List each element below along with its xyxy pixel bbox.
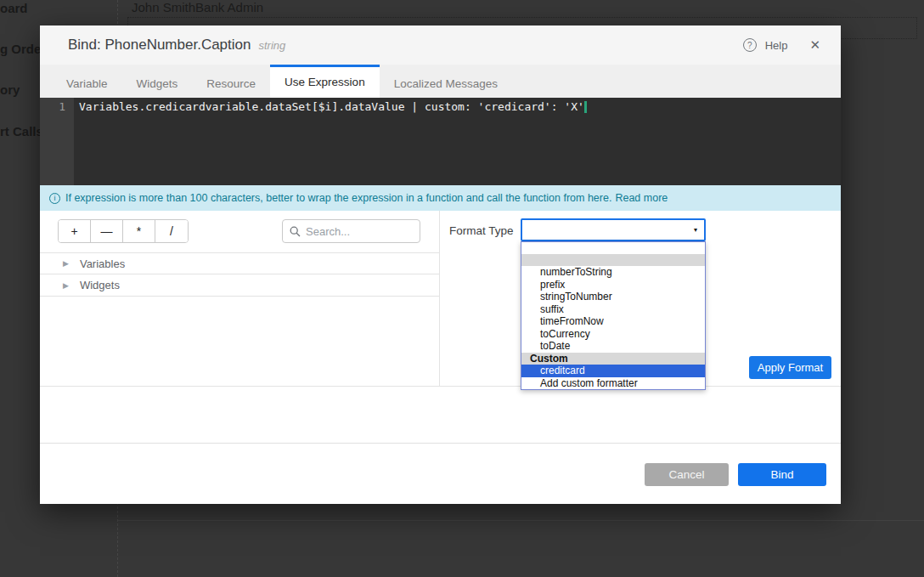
bind-button[interactable]: Bind bbox=[738, 463, 826, 486]
tab-widgets[interactable]: Widgets bbox=[122, 65, 193, 98]
tab-resource[interactable]: Resource bbox=[192, 65, 270, 98]
tab-variable[interactable]: Variable bbox=[52, 65, 122, 98]
editor-code-line[interactable]: Variables.credicardvariable.dataSet[$i].… bbox=[74, 98, 841, 185]
tab-localized-messages[interactable]: Localized Messages bbox=[380, 65, 512, 98]
tab-use-expression[interactable]: Use Expression bbox=[270, 65, 380, 98]
minus-operator-button[interactable]: — bbox=[91, 220, 123, 242]
dropdown-option[interactable]: suffix bbox=[521, 303, 705, 316]
chevron-right-icon[interactable]: ▶ bbox=[63, 281, 69, 290]
dropdown-group-header-custom: Custom bbox=[521, 353, 705, 365]
dialog-content: + — * / ▶ Variables ▶ Widgets bbox=[40, 211, 841, 387]
dropdown-option[interactable]: toCurrency bbox=[521, 328, 705, 341]
tree-item-widgets[interactable]: ▶ Widgets bbox=[40, 274, 439, 297]
read-more-link[interactable]: Read more bbox=[615, 192, 668, 204]
tree-item-variables[interactable]: ▶ Variables bbox=[40, 252, 439, 274]
tree-item-label: Widgets bbox=[80, 279, 120, 291]
expression-tools-panel: + — * / ▶ Variables ▶ Widgets bbox=[40, 211, 439, 386]
dropdown-option-blank-selected[interactable] bbox=[521, 254, 705, 266]
background-form-label: John SmithBank Admin bbox=[132, 0, 263, 14]
expression-editor[interactable]: 1 Variables.credicardvariable.dataSet[$i… bbox=[40, 98, 841, 185]
close-icon[interactable]: ✕ bbox=[809, 37, 820, 53]
info-text: If expression is more than 100 character… bbox=[65, 192, 611, 204]
dropdown-option-add-custom-formatter[interactable]: Add custom formatter bbox=[521, 377, 705, 390]
dropdown-option[interactable]: timeFromNow bbox=[521, 315, 705, 328]
plus-operator-button[interactable]: + bbox=[59, 220, 91, 242]
multiply-operator-button[interactable]: * bbox=[123, 220, 155, 242]
chevron-right-icon[interactable]: ▶ bbox=[63, 259, 69, 268]
dropdown-option[interactable]: toDate bbox=[521, 340, 705, 353]
expression-text: Variables.credicardvariable.dataSet[$i].… bbox=[79, 100, 584, 113]
apply-format-button[interactable]: Apply Format bbox=[749, 356, 831, 379]
help-icon[interactable]: ? bbox=[743, 38, 757, 52]
format-type-label: Format Type bbox=[449, 219, 514, 243]
dropdown-option[interactable]: stringToNumber bbox=[521, 291, 705, 303]
dialog-title: Bind: PhoneNumber.Caption bbox=[68, 37, 251, 54]
search-icon bbox=[290, 226, 301, 237]
dialog-tabbar: Variable Widgets Resource Use Expression… bbox=[40, 65, 841, 98]
dropdown-option-blank[interactable] bbox=[521, 242, 705, 254]
format-type-select[interactable]: ▾ bbox=[521, 218, 706, 241]
format-type-dropdown: numberToString prefix stringToNumber suf… bbox=[521, 241, 706, 390]
footer-divider bbox=[40, 443, 841, 444]
editor-line-number: 1 bbox=[40, 98, 74, 185]
cancel-button[interactable]: Cancel bbox=[645, 463, 729, 486]
sidebar-item-partial[interactable]: ory bbox=[0, 82, 20, 97]
bind-dialog: Bind: PhoneNumber.Caption string ? Help … bbox=[40, 25, 841, 504]
dropdown-option[interactable]: prefix bbox=[521, 279, 705, 291]
dropdown-option-creditcard[interactable]: creditcard bbox=[521, 365, 705, 377]
dropdown-arrow-icon: ▾ bbox=[694, 226, 697, 234]
sidebar-item-partial[interactable]: rt Calls bbox=[0, 124, 43, 139]
divide-operator-button[interactable]: / bbox=[155, 220, 188, 242]
dialog-type-label: string bbox=[258, 39, 285, 52]
help-link[interactable]: Help bbox=[765, 39, 788, 52]
tree-item-label: Variables bbox=[80, 257, 125, 270]
info-icon: i bbox=[49, 193, 60, 204]
info-bar: i If expression is more than 100 charact… bbox=[40, 185, 841, 211]
binding-source-tree: ▶ Variables ▶ Widgets bbox=[40, 252, 439, 297]
operator-button-group: + — * / bbox=[58, 219, 189, 243]
dropdown-option[interactable]: numberToString bbox=[521, 266, 705, 279]
format-panel: Format Type ▾ numberToString prefix stri… bbox=[439, 211, 841, 386]
dialog-header: Bind: PhoneNumber.Caption string ? Help … bbox=[40, 25, 841, 65]
background-divider bbox=[118, 520, 924, 521]
search-input[interactable] bbox=[306, 225, 408, 238]
sidebar-item-partial[interactable]: oard bbox=[0, 1, 28, 15]
search-box[interactable] bbox=[282, 219, 420, 243]
text-cursor bbox=[584, 101, 587, 113]
